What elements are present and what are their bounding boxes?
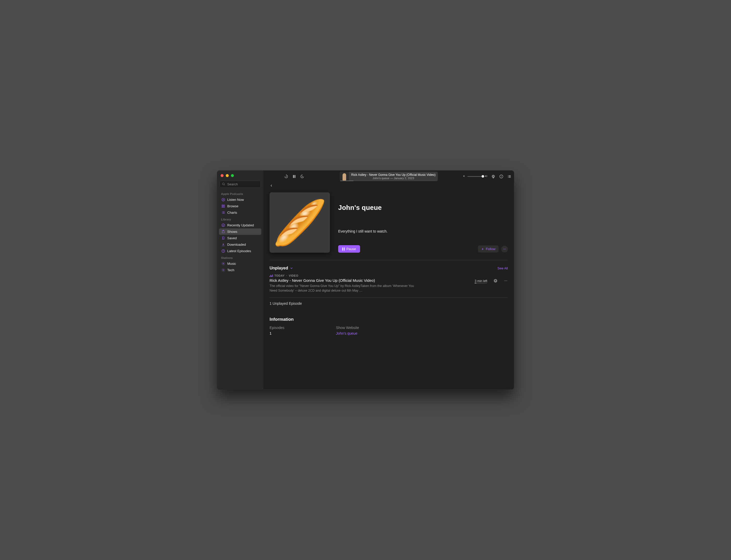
window-minimize-button[interactable] <box>226 174 229 177</box>
svg-point-40 <box>505 249 506 249</box>
playback-controls: 15 30 <box>284 174 304 179</box>
volume-slider[interactable] <box>468 176 483 177</box>
now-playing-title: Rick Astley - Never Gonna Give You Up (O… <box>351 173 436 177</box>
gear-icon <box>221 268 225 272</box>
svg-point-12 <box>222 212 222 213</box>
show-title: John's queue <box>338 204 508 212</box>
sidebar-item-label: Latest Episodes <box>227 249 251 253</box>
back-button[interactable] <box>269 184 273 188</box>
sidebar-item-label: Downloaded <box>227 243 246 246</box>
info-website-link[interactable]: John's queue <box>336 331 357 335</box>
clock-icon <box>221 249 225 253</box>
episode-kicker: TODAY · VIDEO <box>269 274 435 277</box>
svg-text:30: 30 <box>301 176 303 177</box>
chevron-down-icon <box>290 266 293 270</box>
svg-rect-34 <box>342 248 343 251</box>
sidebar-item-charts[interactable]: Charts <box>219 209 261 216</box>
svg-line-1 <box>224 185 225 185</box>
info-website-label: Show Website <box>336 326 359 330</box>
window-zoom-button[interactable] <box>231 174 234 177</box>
sidebar-item-latest-episodes[interactable]: Latest Episodes <box>219 248 261 254</box>
show-artwork: 🥖 <box>269 192 330 253</box>
sidebar-item-label: Shows <box>227 230 237 234</box>
queue-button[interactable] <box>507 174 512 179</box>
see-all-link[interactable]: See All <box>498 266 508 270</box>
skip-fwd-30-button[interactable]: 30 <box>300 174 304 179</box>
svg-point-38 <box>504 249 504 249</box>
player-toolbar: 15 30 Rick Astley - Never Gonna Give You… <box>263 170 514 182</box>
search-icon <box>222 182 225 186</box>
info-episodes-value: 1 <box>269 331 284 335</box>
svg-rect-7 <box>223 207 224 208</box>
info-episodes-label: Episodes <box>269 326 284 330</box>
svg-marker-3 <box>223 199 224 200</box>
window-close-button[interactable] <box>220 174 224 177</box>
episodes-filter[interactable]: Unplayed <box>269 266 293 270</box>
more-button[interactable] <box>501 246 508 252</box>
episode-more-button[interactable] <box>504 279 508 284</box>
sidebar-item-label: Charts <box>227 211 237 215</box>
sidebar-item-recently-updated[interactable]: Recently Updated <box>219 222 261 228</box>
sidebar-item-tech[interactable]: Tech <box>219 267 261 273</box>
svg-point-0 <box>222 183 224 185</box>
airplay-button[interactable] <box>491 174 496 179</box>
sidebar-item-downloaded[interactable]: Downloaded <box>219 241 261 248</box>
download-icon <box>221 243 225 246</box>
window-traffic-lights <box>219 173 261 181</box>
svg-point-22 <box>492 175 495 177</box>
volume-high-icon <box>485 175 488 178</box>
play-pause-button[interactable]: Pause <box>338 245 360 253</box>
information-section: Information Episodes 1 Show Website John… <box>269 306 508 335</box>
pause-button[interactable] <box>292 174 296 179</box>
search-field[interactable] <box>219 181 261 188</box>
episode-title: Rick Astley - Never Gonna Give You Up (O… <box>269 278 435 283</box>
episodes-section: Unplayed See All TODAY · VIDEO Rick Astl… <box>269 260 508 306</box>
volume-control[interactable] <box>463 175 488 178</box>
svg-point-39 <box>504 249 505 249</box>
follow-label: Follow <box>486 247 496 251</box>
pause-label: Pause <box>346 247 356 251</box>
sidebar-item-listen-now[interactable]: Listen Now <box>219 196 261 203</box>
now-playing-artwork <box>340 172 349 181</box>
svg-text:15: 15 <box>285 176 287 177</box>
sidebar-item-label: Recently Updated <box>227 223 254 227</box>
download-episode-button[interactable] <box>494 279 498 284</box>
bookmark-icon <box>221 236 225 240</box>
sidebar-item-label: Tech <box>227 268 234 272</box>
sidebar-section-title: Stations <box>219 254 261 260</box>
sidebar-section-title: Apple Podcasts <box>219 190 261 196</box>
svg-point-31 <box>508 175 508 176</box>
sidebar-item-label: Browse <box>227 204 238 208</box>
svg-rect-19 <box>293 175 294 178</box>
svg-point-33 <box>508 177 508 177</box>
playing-bars-icon <box>269 274 273 277</box>
unplayed-summary: 1 Unplayed Episode <box>269 298 508 306</box>
grid-icon <box>221 204 225 208</box>
svg-point-43 <box>506 281 506 281</box>
episode-time-left: 3 min left <box>475 279 487 283</box>
sidebar-item-label: Music <box>227 262 236 266</box>
episode-description: The official video for "Never Gonna Give… <box>269 284 414 293</box>
sidebar-item-label: Listen Now <box>227 198 244 202</box>
gear-icon <box>221 262 225 266</box>
play-circle-icon <box>221 198 225 202</box>
sidebar-item-browse[interactable]: Browse <box>219 203 261 209</box>
episode-row[interactable]: TODAY · VIDEO Rick Astley - Never Gonna … <box>269 273 508 298</box>
svg-rect-5 <box>223 205 224 206</box>
now-playing[interactable]: Rick Astley - Never Gonna Give You Up (O… <box>340 172 438 181</box>
info-button[interactable] <box>499 174 504 179</box>
show-header: 🥖 John's queue Everything I still want t… <box>269 188 508 260</box>
svg-point-11 <box>222 212 222 212</box>
svg-point-17 <box>223 270 224 271</box>
list-icon <box>221 211 225 215</box>
sidebar-item-saved[interactable]: Saved <box>219 235 261 241</box>
now-playing-progress[interactable] <box>340 181 438 181</box>
svg-point-16 <box>223 263 224 264</box>
sidebar-item-music[interactable]: Music <box>219 260 261 267</box>
follow-button[interactable]: Follow <box>478 245 499 252</box>
skip-back-15-button[interactable]: 15 <box>284 174 288 179</box>
svg-point-32 <box>508 176 508 176</box>
sidebar-item-label: Saved <box>227 236 237 240</box>
sidebar-item-shows[interactable]: Shows <box>219 228 261 235</box>
volume-low-icon <box>463 175 466 178</box>
